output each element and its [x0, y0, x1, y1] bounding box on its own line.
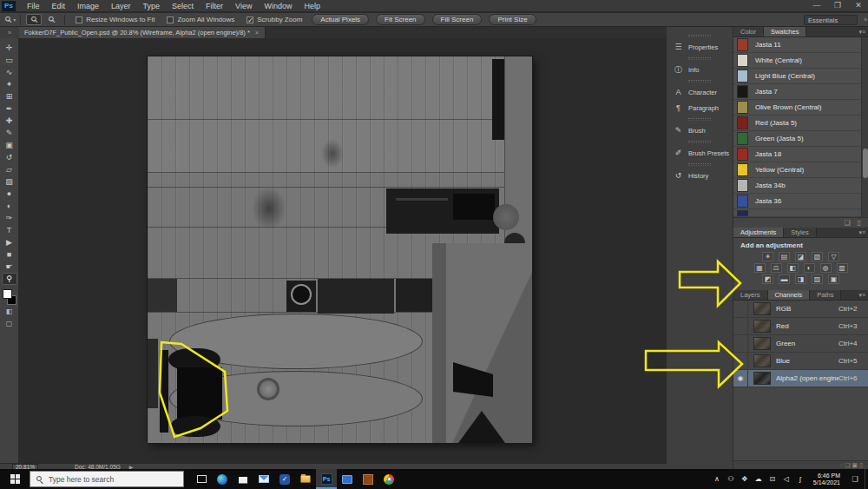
- channel-footer-icons[interactable]: ◌ ❏ ▣ ▯: [839, 462, 863, 469]
- show-desktop-button[interactable]: [865, 469, 868, 489]
- menu-type[interactable]: Type: [137, 0, 167, 12]
- canvas-pasteboard[interactable]: [19, 38, 667, 463]
- swatch-row[interactable]: Jasta 34b: [733, 178, 868, 194]
- color-lookup-icon[interactable]: ▥: [837, 263, 848, 273]
- channel-row-alpha2[interactable]: ◉ Alpha2 (open engine) Ctrl+6: [733, 370, 868, 387]
- tab-paths[interactable]: Paths: [810, 290, 841, 300]
- visibility-toggle[interactable]: [733, 301, 748, 317]
- quick-mask-button[interactable]: ◧: [2, 305, 17, 317]
- tab-layers[interactable]: Layers: [733, 290, 768, 300]
- swatch-row[interactable]: Jasta 7: [733, 84, 868, 100]
- tab-color[interactable]: Color: [733, 27, 764, 36]
- info-panel-button[interactable]: ⓘ Info: [667, 62, 733, 77]
- channel-mixer-icon[interactable]: ◍: [820, 263, 832, 273]
- zoom-in-button[interactable]: ⚲: [26, 14, 42, 25]
- document-canvas[interactable]: [148, 56, 532, 443]
- actual-pixels-button[interactable]: Actual Pixels: [312, 14, 369, 25]
- swatch-row[interactable]: Jasta 11: [733, 37, 868, 53]
- tray-volume-icon[interactable]: ◁: [780, 475, 792, 483]
- tray-display-icon[interactable]: ⊡: [766, 475, 779, 483]
- tab-close-icon[interactable]: ×: [255, 29, 260, 36]
- close-button[interactable]: ✕: [851, 1, 866, 10]
- visibility-toggle[interactable]: ◉: [733, 370, 748, 387]
- menu-layer[interactable]: Layer: [105, 0, 137, 12]
- scrubby-zoom-checkbox[interactable]: ✓ Scrubby Zoom: [247, 16, 302, 23]
- brush-panel-button[interactable]: ✎ Brush: [667, 122, 733, 138]
- mail-button[interactable]: [253, 469, 274, 489]
- panel-grip[interactable]: [688, 118, 711, 121]
- print-size-button[interactable]: Print Size: [489, 14, 536, 25]
- swatch-row[interactable]: Light Blue (Central): [733, 69, 868, 84]
- channel-row-red[interactable]: Red Ctrl+3: [733, 318, 868, 335]
- levels-icon[interactable]: ▤: [779, 252, 790, 261]
- foreground-color-swatch[interactable]: [3, 289, 12, 299]
- clone-stamp-tool[interactable]: ▣: [2, 139, 17, 151]
- toolbar-overflow-stub[interactable]: »: [0, 27, 19, 38]
- store-button[interactable]: [233, 469, 253, 489]
- task-view-button[interactable]: [191, 469, 212, 489]
- tray-dropbox-icon[interactable]: ✥: [739, 475, 751, 483]
- tray-usb-icon[interactable]: ʃ: [794, 475, 806, 483]
- zoom-all-windows-checkbox[interactable]: Zoom All Windows: [167, 16, 234, 23]
- channel-row-green[interactable]: Green Ctrl+4: [733, 335, 868, 353]
- gradient-map-icon[interactable]: ▨: [812, 274, 823, 284]
- zoom-out-button[interactable]: ⚲: [43, 14, 59, 25]
- curves-icon[interactable]: ◪: [795, 252, 806, 261]
- lasso-tool[interactable]: ∿: [2, 66, 17, 78]
- file-explorer-button[interactable]: [295, 469, 316, 489]
- workspace-switcher[interactable]: Essentials: [804, 15, 858, 25]
- tray-onedrive-icon[interactable]: ☁: [753, 475, 765, 483]
- monitor-app-button[interactable]: [337, 469, 358, 489]
- blur-tool[interactable]: ●: [2, 188, 17, 200]
- swatch-row[interactable]: Jasta 36: [733, 194, 868, 209]
- menu-help[interactable]: Help: [298, 0, 326, 12]
- swatch-row[interactable]: Green (Jasta 5): [733, 131, 868, 147]
- quick-selection-tool[interactable]: ✦: [2, 78, 17, 90]
- swatch-row[interactable]: [733, 209, 868, 217]
- screen-mode-button[interactable]: ▢: [2, 317, 17, 329]
- visibility-toggle[interactable]: [733, 318, 748, 334]
- path-selection-tool[interactable]: ▶: [2, 236, 17, 248]
- menu-view[interactable]: View: [229, 0, 258, 12]
- hue-saturation-icon[interactable]: ▦: [754, 263, 766, 273]
- threshold-icon[interactable]: ◨: [795, 274, 806, 284]
- invert-icon[interactable]: ◩: [762, 274, 773, 284]
- tab-swatches[interactable]: Swatches: [764, 27, 807, 36]
- panel-menu-icon[interactable]: ▾≡: [858, 29, 865, 36]
- tab-styles[interactable]: Styles: [784, 228, 816, 237]
- visibility-toggle[interactable]: [733, 335, 748, 352]
- chrome-button[interactable]: [378, 469, 399, 489]
- delete-swatch-icon[interactable]: ▯: [858, 219, 861, 227]
- fill-screen-button[interactable]: Fill Screen: [432, 14, 483, 25]
- start-button[interactable]: [0, 469, 30, 489]
- dodge-tool[interactable]: ◐: [2, 200, 17, 212]
- history-brush-tool[interactable]: ↺: [2, 151, 17, 163]
- new-swatch-icon[interactable]: ❏: [844, 219, 850, 227]
- character-panel-button[interactable]: A Character: [667, 84, 733, 100]
- tab-channels[interactable]: Channels: [768, 290, 811, 300]
- action-center-icon[interactable]: ❑: [847, 475, 863, 483]
- taskbar-clock[interactable]: 6:46 PM 5/14/2021: [808, 472, 845, 486]
- crop-tool[interactable]: ⊞: [2, 90, 17, 102]
- panel-menu-icon[interactable]: ▾≡: [858, 229, 865, 236]
- exposure-icon[interactable]: ▧: [812, 252, 823, 261]
- scrollbar-thumb[interactable]: [863, 149, 868, 178]
- brush-presets-panel-button[interactable]: ✐ Brush Presets: [667, 145, 733, 161]
- tray-chevron-icon[interactable]: ∧: [711, 475, 723, 483]
- edge-button[interactable]: [212, 469, 233, 489]
- panel-grip[interactable]: [688, 57, 711, 60]
- eraser-tool[interactable]: ▱: [2, 163, 17, 175]
- brightness-contrast-icon[interactable]: ☀: [762, 252, 773, 261]
- photoshop-taskbar-button[interactable]: Ps: [316, 469, 337, 489]
- marquee-tool[interactable]: ▭: [2, 54, 17, 66]
- history-panel-button[interactable]: ↺ History: [667, 168, 733, 183]
- swatch-row[interactable]: Yellow (Central): [733, 162, 868, 178]
- menu-image[interactable]: Image: [71, 0, 105, 12]
- swatch-row[interactable]: Jasta 18: [733, 147, 868, 162]
- move-tool[interactable]: ✛: [2, 42, 17, 54]
- hand-tool[interactable]: ☛: [2, 261, 17, 273]
- menu-edit[interactable]: Edit: [46, 0, 72, 12]
- panel-menu-icon[interactable]: ▾≡: [858, 292, 865, 299]
- tab-adjustments[interactable]: Adjustments: [733, 228, 784, 237]
- paragraph-panel-button[interactable]: ¶ Paragraph: [667, 100, 733, 116]
